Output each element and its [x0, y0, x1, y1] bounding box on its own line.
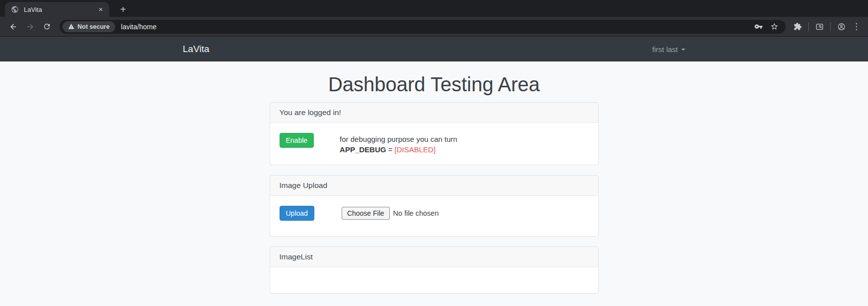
browser-tab[interactable]: LaVita ×: [5, 2, 109, 17]
browser-menu-icon[interactable]: ⋮: [852, 21, 860, 32]
toolbar-divider: [830, 22, 831, 31]
browser-toolbar: Not secure lavita/home ⋮: [0, 17, 868, 37]
image-list-card: ImageList: [270, 246, 599, 294]
forward-arrow-icon: [26, 22, 35, 31]
image-upload-card: Image Upload Upload Choose File No file …: [270, 175, 599, 237]
page-content: Dashboard Testing Area You are logged in…: [0, 73, 868, 306]
upload-card-header: Image Upload: [270, 176, 598, 196]
caret-down-icon: [681, 49, 685, 51]
image-list-header: ImageList: [270, 247, 598, 267]
browser-tab-strip: LaVita × +: [0, 0, 868, 17]
debug-var-name: APP_DEBUG: [340, 145, 386, 154]
toolbar-divider: [808, 22, 809, 31]
login-status-card: You are logged in! Enable for debugging …: [270, 102, 599, 165]
bookmark-star-icon[interactable]: [770, 22, 779, 31]
not-secure-label: Not secure: [77, 23, 110, 30]
back-arrow-icon: [9, 22, 18, 31]
new-tab-button[interactable]: +: [117, 2, 129, 17]
image-list-body: [270, 267, 598, 293]
not-secure-chip[interactable]: Not secure: [63, 21, 115, 32]
debug-text: for debugging purpose you can turn APP_D…: [340, 134, 457, 155]
user-name: first last: [652, 45, 678, 54]
tab-title: LaVita: [24, 6, 96, 13]
url-text: lavita/home: [121, 23, 754, 31]
debug-line1: for debugging purpose you can turn: [340, 134, 457, 144]
globe-favicon-icon: [11, 5, 19, 13]
back-button[interactable]: [6, 20, 20, 34]
tab-close-icon[interactable]: ×: [96, 5, 105, 14]
choose-file-button[interactable]: Choose File: [342, 207, 390, 220]
address-bar[interactable]: Not secure lavita/home: [60, 20, 786, 34]
user-dropdown[interactable]: first last: [652, 45, 685, 54]
password-key-icon[interactable]: [754, 22, 763, 31]
extensions-icon[interactable]: [794, 22, 802, 31]
site-navbar: LaVita first last: [0, 37, 868, 61]
file-input[interactable]: Choose File No file chosen: [342, 207, 439, 220]
login-card-header: You are logged in!: [270, 103, 598, 123]
debug-equals: =: [388, 145, 393, 154]
enable-debug-button[interactable]: Enable: [280, 133, 314, 148]
warning-icon: [68, 23, 74, 30]
file-chosen-status: No file chosen: [393, 209, 439, 217]
debug-line2: APP_DEBUG = [DISABLED]: [340, 144, 457, 155]
page-title: Dashboard Testing Area: [0, 73, 868, 96]
debug-status-value: [DISABLED]: [395, 145, 436, 154]
side-panel-search-icon[interactable]: [815, 22, 824, 31]
reload-icon: [43, 22, 52, 31]
upload-button[interactable]: Upload: [280, 206, 314, 221]
forward-button[interactable]: [23, 20, 37, 34]
profile-icon[interactable]: [837, 22, 846, 31]
brand-link[interactable]: LaVita: [183, 44, 210, 55]
reload-button[interactable]: [40, 20, 54, 34]
